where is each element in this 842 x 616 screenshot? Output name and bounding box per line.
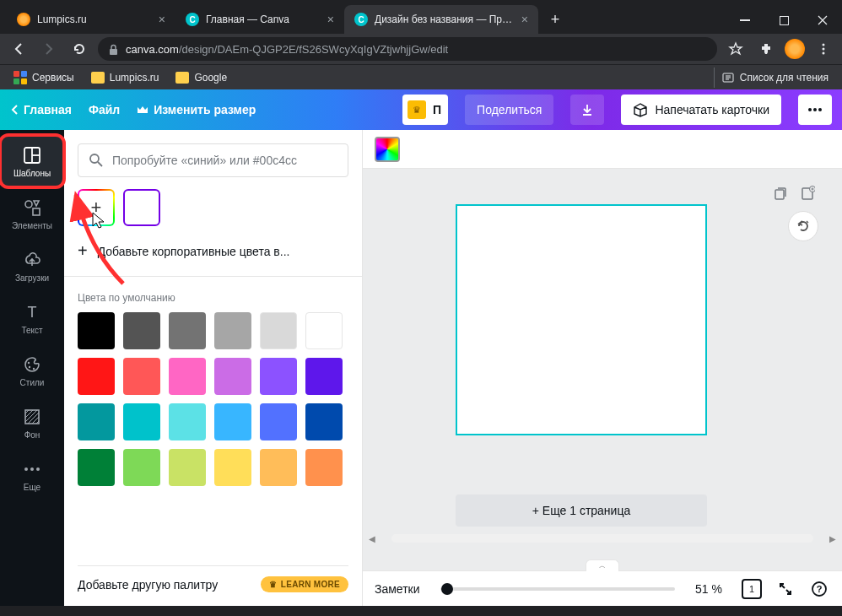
color-swatch[interactable] [123, 403, 160, 440]
scroll-left-icon[interactable]: ◀ [366, 532, 378, 544]
color-swatch[interactable] [260, 403, 297, 440]
share-button[interactable]: Поделиться [465, 95, 553, 125]
tab-lumpics[interactable]: Lumpics.ru × [7, 5, 175, 34]
forward-button[interactable] [37, 37, 61, 61]
color-swatch[interactable] [78, 312, 115, 349]
color-search-input[interactable]: Попробуйте «синий» или #00c4cc [78, 143, 348, 177]
color-swatch[interactable] [123, 358, 160, 395]
new-tab-button[interactable]: + [543, 8, 567, 31]
fullscreen-button[interactable] [775, 578, 796, 600]
tab-title: Главная — Canva [206, 14, 289, 25]
color-swatch[interactable] [214, 358, 251, 395]
more-menu[interactable] [798, 95, 832, 125]
color-swatch[interactable] [123, 449, 160, 486]
zoom-value[interactable]: 51 % [695, 582, 729, 596]
google-bookmark[interactable]: Google [169, 68, 234, 87]
sidebar-text[interactable]: T Текст [0, 292, 64, 344]
maximize-button[interactable] [764, 7, 803, 34]
color-swatch[interactable] [305, 403, 343, 440]
back-button[interactable] [7, 37, 30, 61]
color-swatch[interactable] [169, 358, 206, 395]
page-counter[interactable]: 1 [741, 578, 763, 600]
menu-icon[interactable] [812, 37, 835, 61]
profile-avatar[interactable] [785, 39, 805, 59]
redo-button[interactable] [788, 211, 818, 241]
page-number: 1 [749, 584, 754, 594]
add-page-icon[interactable] [798, 184, 817, 203]
close-window-button[interactable] [803, 7, 842, 34]
add-corporate-colors[interactable]: + Добавьте корпоративные цвета в... [78, 241, 348, 261]
color-swatch[interactable] [214, 312, 251, 349]
sidebar-styles[interactable]: Стили [0, 344, 64, 397]
sidebar-background[interactable]: Фон [0, 397, 64, 449]
package-icon [633, 102, 648, 117]
sidebar-uploads[interactable]: Загрузки [0, 240, 64, 292]
search-placeholder: Попробуйте «синий» или #00c4cc [112, 154, 297, 167]
learn-more-button[interactable]: ♛ LEARN MORE [261, 576, 348, 592]
download-button[interactable] [570, 95, 604, 125]
color-swatch[interactable] [214, 449, 251, 486]
lumpics-bookmark[interactable]: Lumpics.ru [84, 68, 166, 87]
duplicate-page-icon[interactable] [771, 184, 790, 203]
color-swatch[interactable] [123, 312, 160, 349]
tab-favicon: C [354, 13, 368, 26]
canvas-viewport[interactable]: + Еще 1 страница ◀ ▶ [363, 169, 842, 570]
scroll-right-icon[interactable]: ▶ [827, 532, 839, 544]
sidebar-templates[interactable]: Шаблоны [0, 135, 64, 187]
slider-thumb[interactable] [441, 583, 453, 595]
color-swatch[interactable] [260, 449, 297, 486]
extensions-icon[interactable] [754, 37, 778, 61]
collapse-handle[interactable]: ︿ [586, 559, 619, 571]
color-swatch-purple[interactable] [123, 189, 160, 226]
svg-point-32 [90, 154, 99, 163]
reload-button[interactable] [67, 37, 91, 61]
print-label: Напечатать карточки [655, 103, 769, 116]
color-swatch[interactable] [260, 312, 297, 349]
apps-icon [13, 71, 27, 84]
close-icon[interactable]: × [327, 13, 334, 26]
crown-icon [137, 105, 148, 115]
design-page[interactable] [456, 204, 707, 435]
color-swatch[interactable] [305, 312, 343, 349]
try-label: П [433, 103, 441, 116]
color-swatch[interactable] [78, 449, 115, 486]
sidebar-more[interactable]: Еще [0, 449, 64, 501]
color-swatch[interactable] [78, 403, 115, 440]
help-button[interactable]: ? [808, 578, 830, 600]
slider-track[interactable] [440, 587, 675, 591]
notes-button[interactable]: Заметки [375, 582, 420, 596]
svg-line-39 [807, 221, 808, 223]
background-color-picker[interactable] [375, 137, 400, 162]
add-page-button[interactable]: + Еще 1 страница [456, 494, 707, 527]
file-menu[interactable]: Файл [89, 103, 120, 116]
horizontal-scrollbar[interactable]: ◀ ▶ [363, 533, 842, 543]
color-swatch[interactable] [78, 358, 115, 395]
color-swatch[interactable] [305, 449, 343, 486]
svg-point-30 [30, 467, 34, 471]
minimize-button[interactable] [726, 7, 764, 34]
bookmark-label: Сервисы [32, 72, 74, 84]
color-swatch[interactable] [169, 403, 206, 440]
tab-canva-design[interactable]: C Дизайн без названия — Пригл × [344, 5, 538, 34]
tab-canva-home[interactable]: C Главная — Canva × [175, 5, 344, 34]
apps-bookmark[interactable]: Сервисы [7, 68, 81, 88]
scrollbar-track[interactable] [391, 534, 813, 543]
url-input[interactable]: canva.com/design/DAEm-QJGP2E/fS26SWcyXqI… [98, 37, 717, 61]
color-swatch[interactable] [169, 312, 206, 349]
print-button[interactable]: Напечатать карточки [621, 95, 781, 125]
zoom-slider[interactable] [432, 587, 683, 591]
resize-button[interactable]: Изменить размер [137, 103, 256, 116]
close-icon[interactable]: × [521, 13, 528, 26]
bookmark-label: Google [194, 72, 227, 84]
color-swatch[interactable] [260, 358, 297, 395]
reading-list-button[interactable]: Список для чтения [714, 68, 835, 88]
home-link[interactable]: Главная [10, 103, 72, 116]
color-swatch[interactable] [169, 449, 206, 486]
color-swatch[interactable] [305, 358, 343, 395]
sidebar-elements[interactable]: Элементы [0, 187, 64, 240]
color-swatch[interactable] [214, 403, 251, 440]
try-pro-button[interactable]: ♛ П [402, 95, 448, 125]
bookmark-star-icon[interactable] [724, 37, 748, 61]
close-icon[interactable]: × [159, 13, 165, 26]
add-color-button[interactable]: + [78, 189, 115, 226]
